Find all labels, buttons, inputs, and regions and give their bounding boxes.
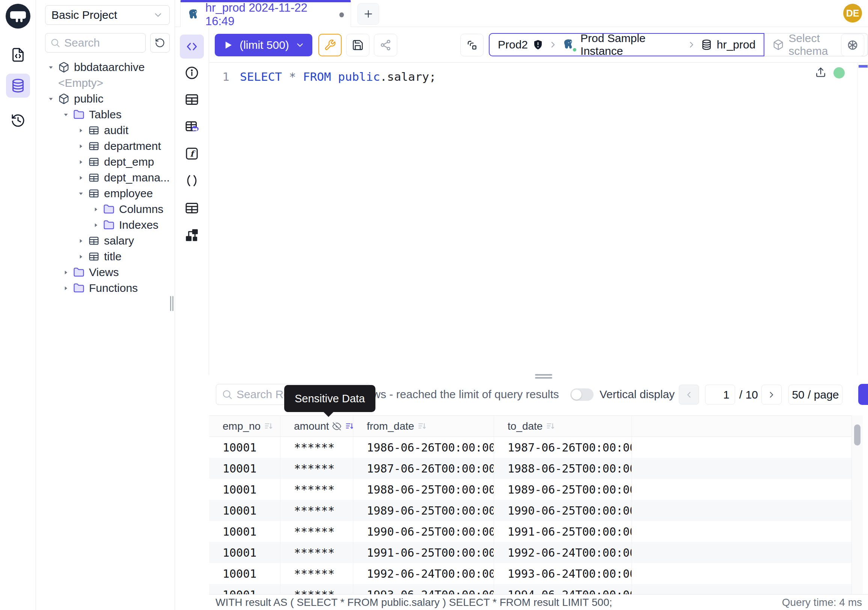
sort-icon[interactable]: [546, 421, 556, 431]
table-cell[interactable]: 1993-06-24T00:00:00Z: [353, 584, 494, 594]
tree-item[interactable]: Tables: [36, 107, 174, 123]
save-sheet-button[interactable]: [346, 34, 369, 56]
caret-right-icon[interactable]: [78, 141, 88, 151]
external-table-button[interactable]: [180, 196, 204, 220]
table-cell[interactable]: ******: [281, 563, 353, 584]
table-cell[interactable]: ******: [281, 458, 353, 479]
tree-item[interactable]: department: [36, 138, 174, 154]
table-cell[interactable]: 1989-06-25T00:00:00Z: [353, 500, 494, 521]
sidebar-search[interactable]: [45, 33, 146, 53]
tree-item[interactable]: dept_mana...: [36, 170, 174, 186]
upload-icon[interactable]: [815, 67, 827, 79]
table-cell[interactable]: 10001: [209, 584, 281, 594]
scrollbar-thumb[interactable]: [854, 424, 860, 445]
bytebase-logo[interactable]: [6, 4, 30, 28]
page-number-input[interactable]: 1: [705, 385, 735, 405]
tree-item[interactable]: Functions: [36, 280, 174, 296]
masked-data-button[interactable]: [180, 115, 204, 139]
caret-down-icon[interactable]: [78, 189, 88, 198]
table-row[interactable]: 10001******1990-06-25T00:00:00Z1991-06-2…: [209, 521, 851, 542]
tree-item[interactable]: <Empty>: [36, 75, 174, 91]
table-detail-button[interactable]: [180, 87, 204, 112]
export-button-edge[interactable]: [858, 384, 868, 405]
results-scrollbar[interactable]: [851, 416, 863, 594]
table-cell[interactable]: 1986-06-26T00:00:00Z: [353, 437, 494, 458]
nav-rail-item-databases[interactable]: [6, 74, 30, 98]
avatar[interactable]: DE: [843, 4, 862, 23]
sidebar-search-input[interactable]: [64, 36, 132, 49]
table-cell[interactable]: 10001: [209, 563, 281, 584]
table-row[interactable]: 10001******1992-06-24T00:00:00Z1993-06-2…: [209, 563, 851, 584]
tree-item[interactable]: bbdataarchive: [36, 59, 174, 75]
sql-editor[interactable]: 1 SELECT * FROM public .salary;: [209, 63, 868, 375]
panel-splitter-handle[interactable]: [535, 374, 552, 380]
page-size-select[interactable]: 50 / page: [788, 385, 842, 405]
table-cell[interactable]: 10001: [209, 500, 281, 521]
connection-button[interactable]: [460, 34, 484, 56]
caret-right-icon[interactable]: [78, 126, 88, 135]
table-cell[interactable]: 1987-06-26T00:00:00Z: [353, 458, 494, 479]
tree-item[interactable]: public: [36, 91, 174, 107]
column-header-emp_no[interactable]: emp_no: [209, 416, 281, 436]
connection-context[interactable]: Prod2 Prod Sample Instance hr_prod: [489, 33, 764, 56]
table-row[interactable]: 10001******1989-06-25T00:00:00Z1990-06-2…: [209, 500, 851, 521]
table-cell[interactable]: 10001: [209, 479, 281, 500]
tree-item[interactable]: Views: [36, 264, 174, 280]
column-header-amount[interactable]: amount: [281, 416, 353, 436]
caret-right-icon[interactable]: [63, 284, 73, 293]
table-cell[interactable]: 1992-06-24T00:00:00Z: [353, 563, 494, 584]
sort-icon[interactable]: [345, 421, 353, 431]
nav-rail-item-worksheets[interactable]: [6, 43, 30, 67]
caret-right-icon[interactable]: [78, 236, 88, 245]
caret-right-icon[interactable]: [93, 205, 103, 214]
share-sheet-button[interactable]: [374, 34, 397, 56]
column-header-from_date[interactable]: from_date: [353, 416, 494, 436]
table-cell[interactable]: ******: [281, 584, 353, 594]
table-cell[interactable]: ******: [281, 479, 353, 500]
next-page-button[interactable]: [761, 385, 782, 405]
caret-right-icon[interactable]: [93, 220, 103, 230]
table-cell[interactable]: 10001: [209, 437, 281, 458]
table-cell[interactable]: 10001: [209, 458, 281, 479]
table-cell[interactable]: 1991-06-25T00:00:00Z: [494, 521, 632, 542]
tree-item[interactable]: Columns: [36, 201, 174, 217]
sort-icon[interactable]: [417, 421, 427, 431]
tree-item[interactable]: title: [36, 249, 174, 264]
format-sql-button[interactable]: [318, 34, 342, 56]
run-query-button[interactable]: (limit 500): [215, 34, 312, 56]
project-selector[interactable]: Basic Project: [45, 5, 170, 25]
table-cell[interactable]: ******: [281, 521, 353, 542]
caret-down-icon[interactable]: [48, 94, 58, 103]
table-cell[interactable]: 10001: [209, 521, 281, 542]
table-cell[interactable]: 1988-06-25T00:00:00Z: [494, 458, 632, 479]
table-row[interactable]: 10001******1988-06-25T00:00:00Z1989-06-2…: [209, 479, 851, 500]
table-row[interactable]: 10001******1993-06-24T00:00:00Z1994-06-2…: [209, 584, 851, 594]
table-cell[interactable]: 1993-06-24T00:00:00Z: [494, 563, 632, 584]
functions-panel-button[interactable]: f: [180, 141, 204, 166]
table-cell[interactable]: 1991-06-25T00:00:00Z: [353, 542, 494, 563]
table-cell[interactable]: 1992-06-24T00:00:00Z: [494, 542, 632, 563]
caret-right-icon[interactable]: [78, 157, 88, 166]
procedures-panel-button[interactable]: [180, 169, 204, 193]
tree-item[interactable]: employee: [36, 186, 174, 201]
refresh-schema-button[interactable]: [150, 33, 170, 53]
table-cell[interactable]: ******: [281, 500, 353, 521]
caret-down-icon[interactable]: [48, 63, 58, 72]
ai-assistant-button[interactable]: [841, 34, 864, 56]
caret-right-icon[interactable]: [63, 268, 73, 277]
table-cell[interactable]: 1989-06-25T00:00:00Z: [494, 479, 632, 500]
table-cell[interactable]: ******: [281, 437, 353, 458]
tab-active[interactable]: hr_prod 2024-11-22 16:49: [180, 0, 351, 27]
table-cell[interactable]: 1987-06-26T00:00:00Z: [494, 437, 632, 458]
tree-item[interactable]: Indexes: [36, 217, 174, 233]
table-cell[interactable]: 10001: [209, 542, 281, 563]
info-panel-button[interactable]: [180, 61, 204, 85]
editor-tab-code-button[interactable]: [180, 34, 204, 59]
sidebar-resize-handle[interactable]: [170, 296, 174, 311]
caret-down-icon[interactable]: [63, 110, 73, 119]
table-row[interactable]: 10001******1987-06-26T00:00:00Z1988-06-2…: [209, 458, 851, 479]
tree-item[interactable]: dept_emp: [36, 154, 174, 170]
table-cell[interactable]: ******: [281, 542, 353, 563]
tree-item[interactable]: audit: [36, 123, 174, 138]
column-header-to_date[interactable]: to_date: [494, 416, 632, 436]
